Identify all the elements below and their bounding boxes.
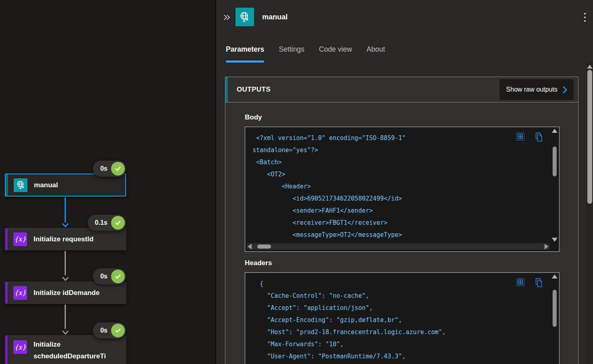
page-title: manual xyxy=(262,13,288,21)
tab-settings[interactable]: Settings xyxy=(279,45,304,54)
outputs-section: OUTPUTS Show raw outputs Body <?xml vers… xyxy=(225,77,578,364)
body-xml-content: <?xml version="1.0" encoding="ISO-8859-1… xyxy=(245,127,559,244)
outputs-accent-bar xyxy=(225,77,228,102)
node-accent-stripe xyxy=(5,228,8,250)
node-label: Initialize requestId xyxy=(34,233,93,245)
show-raw-outputs-button[interactable]: Show raw outputs xyxy=(500,79,574,100)
scroll-left-arrow[interactable] xyxy=(248,244,252,249)
node-accent-stripe xyxy=(5,282,8,303)
table-view-icon[interactable] xyxy=(515,132,525,142)
node-accent-stripe xyxy=(5,336,8,364)
node-label: manual xyxy=(34,179,58,191)
duration-label: 0s xyxy=(100,165,107,172)
workflow-canvas[interactable]: 0s manual 0.1s {x} Initialize requestId xyxy=(0,0,215,364)
scrollbar-thumb[interactable] xyxy=(553,146,557,176)
panel-vertical-scrollbar[interactable] xyxy=(587,63,593,364)
body-vertical-scrollbar[interactable] xyxy=(552,129,557,242)
status-badge[interactable]: 0s xyxy=(93,268,126,285)
workflow-node-manual[interactable]: manual xyxy=(5,174,126,197)
copy-icon[interactable] xyxy=(534,278,544,287)
operation-details-panel: manual Parameters Settings Code view Abo… xyxy=(216,0,593,364)
edge-arrowhead-icon xyxy=(62,276,69,280)
node-label: Initialize idDemande xyxy=(34,287,99,299)
table-view-icon[interactable] xyxy=(515,278,525,287)
initialize-variable-icon: {x} xyxy=(13,340,27,354)
edge-connector xyxy=(65,197,66,222)
headers-json-content: { "Cache-Control": "no-cache", "Accept":… xyxy=(245,273,559,364)
status-badge[interactable]: 0.1s xyxy=(88,215,126,231)
scroll-up-arrow[interactable] xyxy=(587,65,593,69)
more-options-kebab-icon[interactable] xyxy=(580,12,590,23)
copy-icon[interactable] xyxy=(534,132,544,142)
workflow-node-initialize-iddemande[interactable]: {x} Initialize idDemande xyxy=(5,282,126,304)
duration-label: 0s xyxy=(100,273,107,280)
scrollbar-thumb[interactable] xyxy=(257,245,271,249)
status-badge[interactable]: 0s xyxy=(93,161,126,177)
edge-connector xyxy=(65,251,66,275)
edge-connector xyxy=(65,305,66,329)
success-check-icon xyxy=(111,216,125,230)
tab-code-view[interactable]: Code view xyxy=(319,45,352,54)
chevron-right-icon xyxy=(563,86,567,94)
initialize-variable-icon: {x} xyxy=(13,232,27,246)
headers-vertical-scrollbar[interactable] xyxy=(552,274,557,364)
success-check-icon xyxy=(111,270,125,283)
duration-label: 0s xyxy=(100,327,107,334)
status-badge[interactable]: 0s xyxy=(93,322,126,339)
success-check-icon xyxy=(111,324,125,337)
globe-request-icon xyxy=(14,178,27,192)
tab-about[interactable]: About xyxy=(366,45,385,54)
workflow-node-initialize-requestid[interactable]: {x} Initialize requestId xyxy=(5,228,126,250)
headers-code-viewer[interactable]: { "Cache-Control": "no-cache", "Accept":… xyxy=(245,272,559,364)
edge-arrowhead-icon xyxy=(62,329,69,334)
node-accent-stripe xyxy=(6,174,8,196)
edge-arrowhead-icon xyxy=(62,222,69,227)
headers-section-label: Headers xyxy=(245,259,578,267)
initialize-variable-icon: {x} xyxy=(13,286,27,300)
scrollbar-thumb[interactable] xyxy=(553,290,557,327)
scrollbar-thumb[interactable] xyxy=(587,70,592,204)
outputs-heading: OUTPUTS xyxy=(237,86,271,94)
outputs-header: OUTPUTS Show raw outputs xyxy=(225,77,578,103)
body-horizontal-scrollbar[interactable] xyxy=(247,243,549,250)
scroll-down-arrow[interactable] xyxy=(552,238,557,242)
scroll-right-arrow[interactable] xyxy=(545,244,549,249)
tab-parameters[interactable]: Parameters xyxy=(226,45,264,54)
scroll-up-arrow[interactable] xyxy=(552,274,557,278)
scroll-up-arrow[interactable] xyxy=(552,129,557,133)
body-section-label: Body xyxy=(245,113,578,121)
workflow-node-initialize-scheduleddeparturetime[interactable]: {x} Initialize scheduledDepartureTi xyxy=(5,335,126,364)
tab-bar: Parameters Settings Code view About xyxy=(226,45,385,54)
duration-label: 0.1s xyxy=(95,219,107,226)
collapse-panel-button[interactable] xyxy=(221,12,233,23)
body-code-viewer[interactable]: <?xml version="1.0" encoding="ISO-8859-1… xyxy=(245,127,559,252)
globe-request-icon xyxy=(236,8,254,26)
node-label: Initialize scheduledDepartureTi xyxy=(34,339,123,362)
success-check-icon xyxy=(111,162,125,176)
